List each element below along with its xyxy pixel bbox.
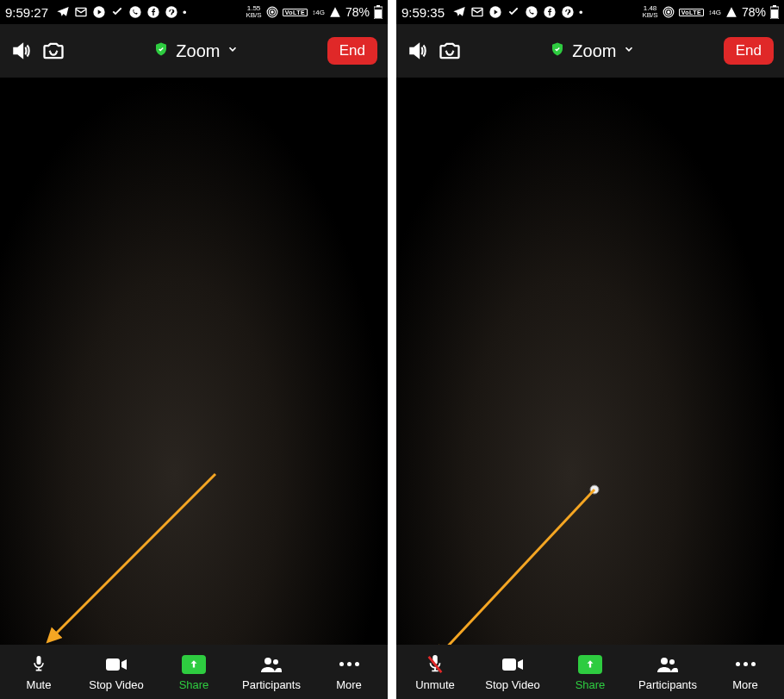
microphone-muted-icon bbox=[426, 653, 445, 676]
svg-point-5 bbox=[271, 11, 272, 13]
microphone-icon bbox=[30, 653, 47, 676]
net-badge: ↕4G bbox=[312, 9, 325, 16]
svg-rect-13 bbox=[106, 658, 120, 671]
zoom-header: Zoom End bbox=[0, 24, 388, 78]
signal-icon bbox=[725, 6, 737, 18]
volte-badge: VoLTE bbox=[283, 9, 308, 16]
svg-point-4 bbox=[165, 6, 177, 17]
video-area[interactable] bbox=[0, 78, 388, 645]
bottom-bar: Mute Stop Video Share Participants More bbox=[0, 645, 388, 699]
annotation-arrow bbox=[431, 483, 603, 664]
hotspot-icon bbox=[266, 6, 278, 18]
pinterest-icon bbox=[561, 5, 575, 19]
camera-switch-icon[interactable] bbox=[41, 39, 65, 63]
participants-icon bbox=[656, 653, 680, 676]
svg-rect-10 bbox=[375, 9, 382, 18]
phone-right: 9:59:35 • 1.48 KB/S VoLTE ↕4G 78% Zoom bbox=[396, 0, 784, 699]
zoom-title[interactable]: Zoom bbox=[572, 41, 616, 61]
stop-video-label: Stop Video bbox=[485, 678, 539, 691]
facebook-icon bbox=[146, 5, 160, 19]
unmute-button[interactable]: Unmute bbox=[396, 653, 474, 691]
gmail-icon bbox=[470, 5, 484, 19]
play-icon bbox=[92, 5, 106, 19]
stop-video-button[interactable]: Stop Video bbox=[474, 653, 551, 691]
battery-pct: 78% bbox=[345, 5, 370, 19]
svg-point-27 bbox=[590, 485, 599, 494]
annotation-arrow bbox=[43, 465, 224, 646]
svg-point-18 bbox=[526, 6, 537, 17]
phone-icon bbox=[525, 5, 538, 19]
participants-label: Participants bbox=[638, 678, 697, 691]
dot-icon: • bbox=[183, 6, 187, 19]
mute-button[interactable]: Mute bbox=[0, 653, 78, 691]
stop-video-button[interactable]: Stop Video bbox=[78, 653, 155, 691]
speaker-icon[interactable] bbox=[407, 40, 429, 62]
chevron-down-icon[interactable] bbox=[623, 43, 635, 59]
phone-left: 9:59:27 • 1.55 KB/S VoLTE ↕4G 78% Zoom bbox=[0, 0, 388, 699]
end-button[interactable]: End bbox=[327, 37, 377, 65]
mute-label: Mute bbox=[27, 678, 52, 691]
battery-icon bbox=[770, 5, 779, 19]
gmail-icon bbox=[74, 5, 88, 19]
check-icon bbox=[110, 5, 124, 19]
unmute-label: Unmute bbox=[415, 678, 455, 691]
svg-point-21 bbox=[667, 11, 669, 13]
share-button[interactable]: Share bbox=[551, 653, 629, 691]
svg-rect-12 bbox=[37, 656, 41, 665]
net-badge: ↕4G bbox=[708, 9, 721, 16]
svg-rect-31 bbox=[502, 658, 516, 671]
telegram-icon bbox=[452, 5, 466, 19]
share-label: Share bbox=[576, 678, 606, 691]
battery-icon bbox=[374, 5, 383, 19]
status-kbps: 1.48 KB/S bbox=[642, 5, 657, 19]
more-label: More bbox=[732, 678, 758, 691]
more-button[interactable]: More bbox=[310, 653, 388, 691]
bottom-bar: Unmute Stop Video Share Participants Mor… bbox=[396, 645, 784, 699]
video-icon bbox=[501, 653, 525, 676]
end-button[interactable]: End bbox=[724, 37, 774, 65]
participants-button[interactable]: Participants bbox=[233, 653, 310, 691]
stop-video-label: Stop Video bbox=[89, 678, 143, 691]
play-icon bbox=[488, 5, 502, 19]
phone-icon bbox=[128, 5, 142, 19]
video-icon bbox=[104, 653, 128, 676]
svg-rect-26 bbox=[771, 9, 778, 18]
hotspot-icon bbox=[663, 6, 675, 18]
more-button[interactable]: More bbox=[706, 653, 784, 691]
svg-point-14 bbox=[264, 658, 271, 665]
pinterest-icon bbox=[165, 5, 178, 19]
svg-point-15 bbox=[273, 659, 278, 665]
status-bar: 9:59:35 • 1.48 KB/S VoLTE ↕4G 78% bbox=[396, 0, 784, 24]
svg-point-33 bbox=[669, 659, 675, 665]
chevron-down-icon[interactable] bbox=[227, 43, 239, 59]
svg-point-32 bbox=[661, 658, 668, 665]
more-icon bbox=[736, 653, 756, 676]
speaker-icon[interactable] bbox=[10, 40, 33, 62]
svg-point-20 bbox=[562, 6, 573, 17]
status-time: 9:59:35 bbox=[401, 5, 445, 20]
facebook-icon bbox=[543, 5, 557, 19]
svg-line-11 bbox=[53, 474, 215, 636]
svg-line-28 bbox=[441, 490, 594, 653]
share-button[interactable]: Share bbox=[155, 653, 233, 691]
participants-button[interactable]: Participants bbox=[629, 653, 706, 691]
shield-icon bbox=[153, 41, 169, 60]
status-time: 9:59:27 bbox=[5, 5, 48, 20]
status-bar: 9:59:27 • 1.55 KB/S VoLTE ↕4G 78% bbox=[0, 0, 388, 24]
status-kbps: 1.55 KB/S bbox=[246, 5, 261, 19]
share-label: Share bbox=[179, 678, 209, 691]
camera-switch-icon[interactable] bbox=[438, 39, 462, 63]
more-icon bbox=[339, 653, 359, 676]
share-icon bbox=[578, 655, 602, 674]
dot-icon: • bbox=[579, 6, 583, 19]
battery-pct: 78% bbox=[742, 5, 766, 19]
more-label: More bbox=[336, 678, 362, 691]
check-icon bbox=[507, 5, 520, 19]
volte-badge: VoLTE bbox=[679, 9, 705, 16]
zoom-header: Zoom End bbox=[396, 24, 784, 78]
zoom-title[interactable]: Zoom bbox=[176, 41, 220, 61]
video-area[interactable] bbox=[396, 78, 784, 645]
participants-label: Participants bbox=[242, 678, 301, 691]
shield-icon bbox=[550, 41, 565, 60]
svg-point-2 bbox=[129, 6, 140, 17]
